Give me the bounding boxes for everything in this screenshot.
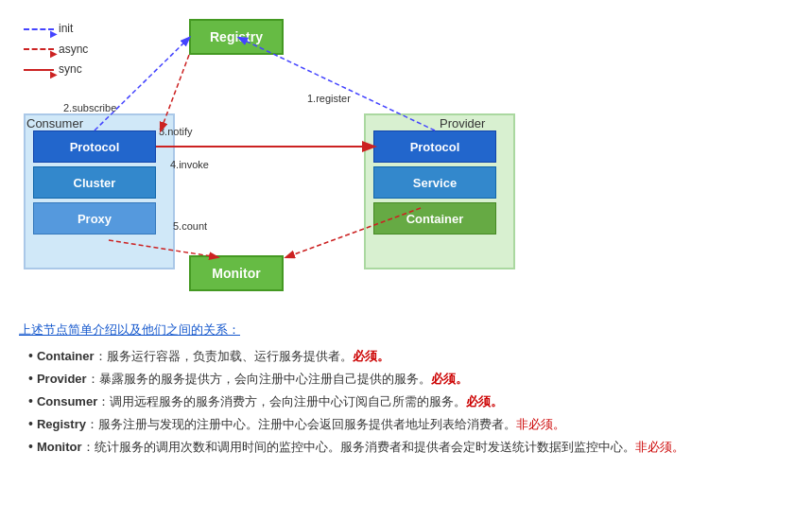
desc-item-container: Container：服务运行容器，负责加载、运行服务提供者。必须。: [28, 348, 798, 365]
required-consumer: 必须。: [466, 394, 503, 408]
term-container: Container: [37, 349, 95, 363]
description-list: Container：服务运行容器，负责加载、运行服务提供者。必须。 Provid…: [19, 348, 798, 456]
term-provider: Provider: [37, 372, 87, 386]
not-required-monitor: 非必须。: [635, 440, 684, 454]
term-monitor: Monitor: [37, 440, 82, 454]
desc-item-monitor: Monitor：统计服务的调用次数和调用时间的监控中心。服务消费者和提供者会定时…: [28, 439, 798, 456]
monitor-box: Monitor: [189, 255, 284, 291]
arrow-label-subscribe: 2.subscribe: [63, 102, 116, 113]
consumer-label: Consumer: [26, 116, 83, 130]
description-title[interactable]: 上述节点简单介绍以及他们之间的关系：: [19, 321, 798, 339]
registry-box: Registry: [189, 19, 284, 55]
term-consumer: Consumer: [37, 394, 97, 408]
consumer-cluster-box: Cluster: [33, 166, 156, 199]
consumer-protocol-box: Protocol: [33, 130, 156, 163]
required-container: 必须。: [353, 349, 389, 363]
arrow-label-notify: 3.notify: [159, 126, 192, 137]
required-provider: 必须。: [431, 372, 468, 386]
provider-container-box: Container: [373, 202, 496, 234]
desc-item-consumer: Consumer：调用远程服务的服务消费方，会向注册中心订阅自己所需的服务。必须…: [28, 393, 798, 410]
provider-protocol-box: Protocol: [373, 130, 496, 163]
arrow-label-count: 5.count: [173, 220, 207, 232]
arrow-label-invoke: 4.invoke: [170, 159, 209, 170]
desc-item-registry: Registry：服务注册与发现的注册中心。注册中心会返回服务提供者地址列表给消…: [28, 416, 798, 433]
description-section: 上述节点简单介绍以及他们之间的关系： Container：服务运行容器，负责加载…: [14, 321, 798, 456]
arrow-label-register: 1.register: [307, 93, 351, 104]
consumer-proxy-box: Proxy: [33, 202, 156, 234]
provider-label: Provider: [440, 116, 485, 130]
not-required-registry: 非必须。: [516, 417, 565, 431]
desc-item-provider: Provider：暴露服务的服务提供方，会向注册中心注册自己提供的服务。必须。: [28, 371, 798, 388]
term-registry: Registry: [37, 417, 86, 431]
provider-service-box: Service: [373, 166, 496, 199]
